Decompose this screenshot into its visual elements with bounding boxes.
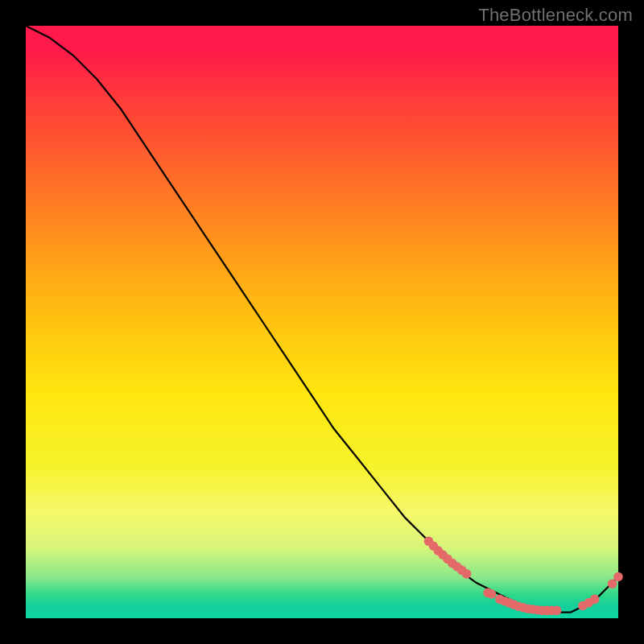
marker-group [424, 537, 623, 616]
watermark-text: TheBottleneck.com [478, 5, 633, 26]
data-marker [462, 569, 472, 579]
curve-line [26, 26, 618, 613]
data-marker [552, 606, 562, 616]
plot-area [26, 26, 618, 618]
chart-frame: TheBottleneck.com [0, 0, 644, 644]
data-marker [613, 572, 623, 582]
data-marker [487, 589, 497, 599]
chart-svg [26, 26, 618, 618]
data-marker [590, 595, 600, 605]
